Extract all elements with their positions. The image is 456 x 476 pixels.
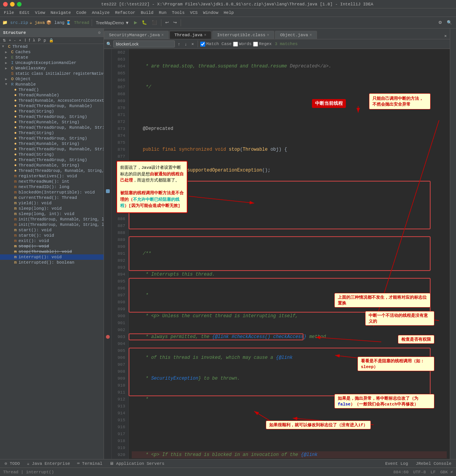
tree-constructor4[interactable]: ● Thread(ThreadGroup, Runnable) <box>0 103 104 109</box>
lang-label[interactable]: 📦 lang <box>46 20 64 25</box>
struct-private-btn[interactable]: 🔒 <box>48 38 55 43</box>
tree-init1[interactable]: m init(ThreadGroup, Runnable, String, lo… <box>0 217 104 222</box>
bottom-tab-java-enterprise[interactable]: ☕ Java Enterprise <box>24 460 73 467</box>
undo-btn[interactable]: ↩ <box>164 19 170 26</box>
src-zip-label[interactable]: 📁 src.zip <box>2 20 28 25</box>
tree-interrupt[interactable]: m interrupt(): void <box>0 254 104 260</box>
search-next-btn[interactable]: ↓ <box>183 41 189 47</box>
tree-constructor11[interactable]: ● Thread(Runnable, String) <box>0 141 104 146</box>
tab-object[interactable]: Object.java × <box>275 31 317 39</box>
tree-runnable[interactable]: ▼ R Runnable <box>0 82 104 87</box>
search-close-btn[interactable]: × <box>190 41 195 47</box>
struct-inherited-btn[interactable]: I <box>23 38 27 43</box>
stop-btn[interactable]: ⬛ <box>150 19 159 26</box>
menu-code[interactable]: Code <box>74 10 89 16</box>
tree-init2[interactable]: m init(ThreadGroup, Runnable, String, lo… <box>0 222 104 227</box>
match-case-check[interactable]: Match Case <box>200 42 231 47</box>
thread-label[interactable]: 🧵 Thread <box>66 20 89 25</box>
structure-settings-icon[interactable]: ⚙ <box>98 30 101 35</box>
menu-run[interactable]: Run <box>156 10 169 16</box>
menu-analyze[interactable]: Analyze <box>89 10 112 16</box>
tree-blocked-on[interactable]: m blockedOn(Interruptible): void <box>0 190 104 195</box>
struct-anon-btn[interactable]: λ <box>32 38 36 43</box>
tree-stop[interactable]: m stop(): void <box>0 244 104 249</box>
bottom-tab-jrebel[interactable]: JRebel Console <box>413 461 454 467</box>
tree-start0[interactable]: m start0(): void <box>0 233 104 238</box>
java-label[interactable]: ☕ java <box>30 20 45 25</box>
tree-stop-throwable[interactable]: m stop(Throwable): void <box>0 249 104 254</box>
menu-window[interactable]: Window <box>201 10 221 16</box>
structure-tree[interactable]: ▼ C Thread ▶ C Caches ▶ E State ▶ I Unca… <box>0 44 104 459</box>
menu-help[interactable]: Help <box>221 10 236 16</box>
struct-sort-btn[interactable]: ⇅ <box>2 38 7 43</box>
menu-refactor[interactable]: Refactor <box>113 10 138 16</box>
words-check[interactable]: Words <box>233 42 251 47</box>
bottom-tab-todo[interactable]: ⊙ TODO <box>2 460 23 467</box>
tree-register-natives[interactable]: S static class initializer registerNativ… <box>0 71 104 76</box>
tab-security-manager[interactable]: SecurityManager.java × <box>104 31 169 39</box>
struct-public-btn[interactable]: P <box>37 38 42 43</box>
tree-yield[interactable]: m yield(): void <box>0 200 104 206</box>
close-button[interactable] <box>3 2 8 7</box>
close-search-btn[interactable]: × <box>443 33 448 39</box>
tab-close-icon[interactable]: × <box>204 33 206 37</box>
tree-weakclasskey[interactable]: ▶ C WeakClassKey <box>0 66 104 71</box>
run-btn[interactable]: ▶ <box>132 19 139 26</box>
bottom-tab-event-log[interactable]: Event Log <box>382 461 411 467</box>
struct-fields-btn[interactable]: f <box>28 38 31 43</box>
tree-constructor5[interactable]: ● Thread(String) <box>0 109 104 114</box>
tree-interrupted[interactable]: m interrupted(): boolean <box>0 260 104 265</box>
tree-constructor13[interactable]: ● Thread(String) <box>0 152 104 157</box>
settings-btn[interactable]: ⚙ <box>437 19 444 26</box>
struct-collapse-btn[interactable]: - <box>13 38 17 43</box>
tab-interruptible[interactable]: Interruptible.class × <box>212 31 274 39</box>
tree-constructor6[interactable]: ● Thread(ThreadGroup, String) <box>0 114 104 119</box>
right-panel[interactable] <box>450 29 456 459</box>
search-prev-btn[interactable]: ↑ <box>176 41 182 47</box>
tree-constructor3[interactable]: ● Thread(Runnable, AccessControlContext) <box>0 98 104 103</box>
bottom-tab-app-servers[interactable]: 🖥 Application Servers <box>106 460 168 467</box>
menu-edit[interactable]: Edit <box>17 10 32 16</box>
run-config-btn[interactable]: TreeMapDemo ▼ <box>94 20 131 26</box>
tree-next-thread-id[interactable]: m nextThreadID(): long <box>0 184 104 190</box>
menu-view[interactable]: View <box>33 10 47 16</box>
tree-constructor8[interactable]: ● Thread(ThreadGroup, Runnable, String) <box>0 125 104 130</box>
menu-build[interactable]: Build <box>138 10 156 16</box>
tree-constructor9[interactable]: ● Thread(String) <box>0 130 104 136</box>
menu-vcs[interactable]: VCS <box>188 10 200 16</box>
search-input[interactable] <box>113 40 175 47</box>
tree-object[interactable]: ▶ O Object <box>0 76 104 82</box>
window-controls[interactable] <box>3 2 22 7</box>
bottom-tab-terminal[interactable]: ⌨ Terminal <box>74 460 106 467</box>
tree-constructor2[interactable]: ● Thread(Runnable) <box>0 93 104 98</box>
menu-navigate[interactable]: Navigate <box>48 10 73 16</box>
tab-thread[interactable]: Thread.java × <box>169 31 211 39</box>
tab-close-icon[interactable]: × <box>161 33 164 37</box>
tree-constructor16[interactable]: ● Thread(ThreadGroup, Runnable, String, … <box>0 168 104 173</box>
tree-sleep2[interactable]: m sleep(long, int): void <box>0 211 104 217</box>
tree-constructor1[interactable]: ● Thread() <box>0 87 104 93</box>
redo-btn[interactable]: ↪ <box>172 19 178 26</box>
tree-constructor14[interactable]: ● Thread(ThreadGroup, String) <box>0 157 104 163</box>
tree-next-thread-num[interactable]: m nextThreadNum(): int <box>0 179 104 184</box>
tree-thread-root[interactable]: ▼ C Thread <box>0 44 104 49</box>
tree-exit[interactable]: m exit(): void <box>0 238 104 244</box>
search-everywhere-btn[interactable]: 🔍 <box>445 19 454 26</box>
tree-sleep1[interactable]: m sleep(long): void <box>0 206 104 211</box>
tree-register-natives-method[interactable]: m registerNatives(): void <box>0 173 104 179</box>
tab-close-icon[interactable]: × <box>267 33 269 37</box>
menu-tools[interactable]: Tools <box>169 10 187 16</box>
tab-close-icon[interactable]: × <box>310 33 312 37</box>
tree-caches[interactable]: ▶ C Caches <box>0 49 104 55</box>
tree-state[interactable]: ▶ E State <box>0 55 104 60</box>
tree-current-thread[interactable]: m currentThread(): Thread <box>0 195 104 200</box>
struct-filter-btn[interactable]: ⚬ <box>17 38 23 43</box>
struct-expand-btn[interactable]: + <box>8 38 12 43</box>
tree-start[interactable]: m start(): void <box>0 227 104 233</box>
tree-constructor15[interactable]: ● Thread(Runnable, String) <box>0 163 104 168</box>
tree-constructor7[interactable]: ● Thread(Runnable, String) <box>0 119 104 125</box>
tree-uncaught[interactable]: ▶ I UncaughtExceptionHandler <box>0 60 104 66</box>
tree-constructor12[interactable]: ● Thread(ThreadGroup, Runnable, String) <box>0 146 104 152</box>
debug-btn[interactable]: 🐛 <box>140 19 149 26</box>
struct-protected-btn[interactable]: p <box>42 38 47 43</box>
